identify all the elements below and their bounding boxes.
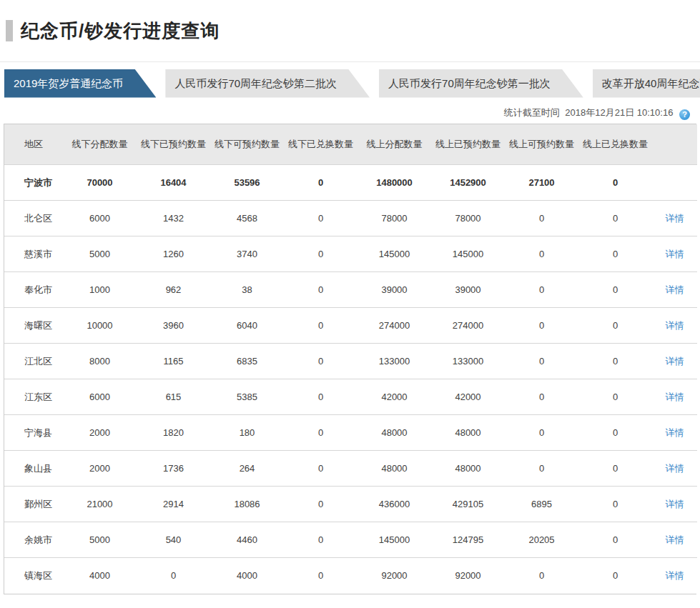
value-cell: 2000 [63, 451, 137, 487]
table-row: 奉化市1000962380390003900000详情 [4, 272, 697, 308]
detail-link[interactable]: 详情 [666, 499, 684, 509]
value-cell: 6040 [210, 308, 284, 344]
value-cell: 3960 [137, 308, 210, 344]
region-cell: 鄞州区 [4, 487, 63, 522]
value-cell: 48000 [358, 415, 431, 451]
value-cell: 2914 [137, 487, 210, 522]
column-header: 线下已预约数量 [137, 124, 210, 165]
value-cell: 0 [505, 272, 578, 308]
detail-link[interactable]: 详情 [666, 320, 684, 331]
table-body: 宁波市700001640453596014800001452900271000北… [4, 165, 697, 594]
detail-cell: 详情 [652, 558, 697, 594]
detail-link[interactable]: 详情 [666, 570, 684, 581]
stats-bar: 统计截至时间 2018年12月21日 10:10:16 ? [0, 98, 700, 122]
value-cell: 6000 [63, 201, 137, 236]
detail-link[interactable]: 详情 [666, 284, 684, 295]
value-cell: 145000 [431, 236, 505, 272]
value-cell: 0 [505, 415, 578, 451]
value-cell: 1432 [137, 201, 210, 236]
value-cell: 274000 [358, 308, 431, 344]
page-header: 纪念币/钞发行进度查询 [0, 0, 700, 62]
region-cell: 象山县 [4, 451, 63, 487]
detail-link[interactable]: 详情 [666, 356, 684, 367]
detail-cell: 详情 [652, 415, 697, 451]
value-cell: 2000 [63, 415, 137, 451]
title-row: 纪念币/钞发行进度查询 [6, 19, 700, 43]
value-cell: 6895 [505, 487, 578, 522]
value-cell: 70000 [63, 165, 137, 201]
value-cell: 0 [505, 344, 578, 379]
value-cell: 4000 [63, 558, 137, 594]
value-cell: 133000 [358, 344, 431, 379]
value-cell: 1820 [137, 415, 210, 451]
value-cell: 48000 [431, 415, 505, 451]
value-cell: 0 [578, 415, 652, 451]
value-cell: 0 [578, 344, 652, 379]
table-row: 象山县200017362640480004800000详情 [4, 451, 697, 487]
value-cell: 1165 [137, 344, 210, 379]
detail-cell: 详情 [652, 201, 697, 236]
table-row: 宁海县200018201800480004800000详情 [4, 415, 697, 451]
tab-4[interactable]: 改革开放40周年纪念币第一批次 [593, 69, 700, 98]
value-cell: 0 [578, 379, 652, 415]
table-row: 海曙区1000039606040027400027400000详情 [4, 308, 697, 344]
value-cell: 133000 [431, 344, 505, 379]
value-cell: 0 [578, 522, 652, 558]
value-cell: 0 [284, 522, 358, 558]
detail-link[interactable]: 详情 [666, 249, 684, 259]
value-cell: 92000 [431, 558, 505, 594]
value-cell: 0 [284, 487, 358, 522]
value-cell: 0 [578, 487, 652, 522]
column-header: 线上已预约数量 [431, 124, 505, 165]
value-cell: 10000 [63, 308, 137, 344]
value-cell: 38 [210, 272, 284, 308]
detail-cell: 详情 [652, 236, 697, 272]
value-cell: 1260 [137, 236, 210, 272]
detail-link[interactable]: 详情 [666, 392, 684, 402]
column-header: 线上分配数量 [358, 124, 431, 165]
value-cell: 0 [284, 344, 358, 379]
title-marker-bar [6, 20, 13, 41]
value-cell: 145000 [358, 236, 431, 272]
value-cell: 5000 [63, 236, 137, 272]
value-cell: 0 [578, 201, 652, 236]
value-cell: 92000 [358, 558, 431, 594]
tab-2[interactable]: 人民币发行70周年纪念钞第二批次 [165, 69, 370, 98]
value-cell: 0 [284, 236, 358, 272]
progress-table-grid: 地区线下分配数量线下已预约数量线下可预约数量线下已兑换数量线上分配数量线上已预约… [4, 124, 697, 594]
value-cell: 42000 [358, 379, 431, 415]
page-title: 纪念币/钞发行进度查询 [21, 19, 220, 43]
value-cell: 0 [578, 236, 652, 272]
column-header: 线上已兑换数量 [578, 124, 652, 165]
tab-1-active[interactable]: 2019年贺岁普通纪念币 [4, 69, 156, 98]
value-cell: 124795 [431, 522, 505, 558]
detail-link[interactable]: 详情 [666, 463, 684, 474]
value-cell: 4568 [210, 201, 284, 236]
value-cell: 0 [284, 379, 358, 415]
value-cell: 0 [578, 451, 652, 487]
value-cell: 1452900 [431, 165, 505, 201]
region-cell: 宁波市 [4, 165, 63, 201]
value-cell: 0 [284, 415, 358, 451]
detail-link[interactable]: 详情 [666, 534, 684, 545]
value-cell: 1000 [63, 272, 137, 308]
help-icon[interactable]: ? [679, 109, 690, 120]
value-cell: 0 [505, 236, 578, 272]
value-cell: 6000 [63, 379, 137, 415]
value-cell: 21000 [63, 487, 137, 522]
value-cell: 0 [284, 272, 358, 308]
value-cell: 1480000 [358, 165, 431, 201]
tab-3[interactable]: 人民币发行70周年纪念钞第一批次 [379, 69, 583, 98]
column-header: 线下可预约数量 [210, 124, 284, 165]
value-cell: 0 [505, 451, 578, 487]
table-row: 宁波市700001640453596014800001452900271000 [4, 165, 697, 201]
value-cell: 0 [284, 308, 358, 344]
detail-link[interactable]: 详情 [666, 213, 684, 224]
value-cell: 8000 [63, 344, 137, 379]
value-cell: 0 [505, 379, 578, 415]
region-cell: 北仑区 [4, 201, 63, 236]
value-cell: 145000 [358, 522, 431, 558]
detail-link[interactable]: 详情 [666, 427, 684, 438]
tab-bar: 2019年贺岁普通纪念币人民币发行70周年纪念钞第二批次人民币发行70周年纪念钞… [4, 69, 700, 98]
region-cell: 海曙区 [4, 308, 63, 344]
